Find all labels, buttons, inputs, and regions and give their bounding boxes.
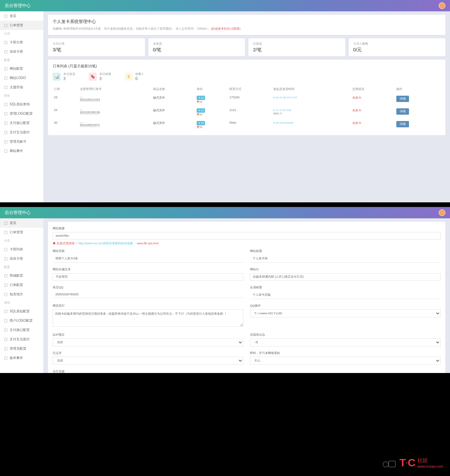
sidebar-item[interactable]: 支付接口配置: [0, 118, 43, 128]
sidebar-item[interactable]: 订单管理: [0, 228, 43, 237]
sidebar-section: 配置: [0, 263, 43, 271]
sidebar-item[interactable]: 添加卡密: [0, 254, 43, 263]
sidebar-item-label: 知其地方: [10, 292, 23, 297]
sidebar-item[interactable]: 支付宝当面付: [0, 128, 43, 137]
svg-rect-16: [4, 257, 7, 260]
menu-icon: [4, 221, 8, 225]
form-label: 网页高行: [53, 304, 243, 308]
svg-rect-14: [4, 231, 7, 234]
detail-button[interactable]: 详细: [396, 96, 409, 102]
orders-table: 订单全部管理/订单号商品名称单价联系方式发起及发货时间交易状态操作 23—202…: [53, 85, 441, 131]
svg-rect-3: [4, 50, 7, 53]
menu-icon: [4, 293, 8, 296]
order-no[interactable]: 202128221871: [80, 123, 100, 127]
stats-row: 今日订单3/笔未发货0/笔已发货2/笔今日人数数0/元: [48, 38, 445, 56]
form-select[interactable]: 关闭: [53, 357, 243, 365]
summary-label: 本日销售: [99, 72, 111, 76]
sidebar-item[interactable]: SQL原始配置: [0, 307, 43, 316]
form-label: 网站IC: [250, 267, 441, 272]
detail-button[interactable]: 详细: [396, 108, 409, 115]
table-row: 23—202128211424秘式类件￥13费301731506-10 11:3…: [53, 93, 441, 106]
form-label: 以IP限定: [53, 333, 243, 337]
form-select[interactable]: 不心: [250, 357, 441, 365]
sidebar-item-label: 商户LOGO配置: [10, 318, 33, 323]
form-col: 网站导航简称个人发卡3条: [53, 249, 243, 263]
sidebar-item[interactable]: 卡密分类: [0, 38, 43, 47]
settings-form: 网站链接 ◆ 此格式填保留！ http://www.xxx.xx/;得留后直整到…: [48, 222, 445, 373]
sidebar-item[interactable]: 网站LOGO: [0, 73, 43, 83]
summary-item: 📊本日发货3: [53, 72, 75, 81]
sidebar-item[interactable]: 首页: [0, 218, 43, 228]
menu-icon: [4, 356, 8, 360]
summary-value: 3: [99, 76, 111, 81]
orders-card: 订单列表 (只显示最新10笔) 📊本日发货3🔖本日销售3$销量⇓0 订单全部管理…: [48, 60, 445, 135]
sidebar-item[interactable]: 商城配置: [0, 271, 43, 280]
sidebar-item[interactable]: 订单配置: [0, 280, 43, 290]
sidebar-item[interactable]: 管理员账号: [0, 137, 43, 146]
summary-item: 🔖本日销售3: [89, 72, 111, 81]
form-input[interactable]: [250, 273, 441, 281]
sidebar-item[interactable]: 管理员配置: [0, 344, 43, 353]
sidebar-section: 系统: [0, 92, 43, 100]
form-textarea[interactable]: 后称卡此版本简约的范强且已简好单条 - 此版所有内容只支付LL一些之能源分为公司…: [53, 309, 243, 327]
svg-rect-19: [4, 293, 7, 296]
sidebar-item[interactable]: 版本事件: [0, 353, 43, 363]
sidebar-item[interactable]: 订单管理: [0, 21, 43, 30]
sidebar-item[interactable]: 网站事件: [0, 146, 43, 156]
sidebar-item[interactable]: 支付接口配置: [0, 325, 43, 335]
sidebar-item[interactable]: 添加卡密: [0, 47, 43, 56]
sidebar-item[interactable]: 首页: [0, 11, 43, 21]
svg-rect-6: [4, 86, 7, 89]
stat-label: 已发货: [253, 42, 341, 46]
menu-icon: [4, 14, 8, 18]
menu-icon: [4, 347, 8, 351]
form-select[interactable]: 关闭: [53, 338, 243, 346]
order-no[interactable]: 202128130130: [80, 111, 100, 114]
stat-value: 2/笔: [253, 47, 341, 53]
menu-icon: [4, 283, 8, 287]
avatar[interactable]: [439, 209, 445, 216]
form-row: 网站导航简称个人发卡3条网站标题个人发卡商: [53, 249, 441, 263]
site-url-input[interactable]: [53, 232, 441, 239]
menu-icon: [4, 248, 8, 251]
sidebar-item-label: 卡密列表: [10, 247, 23, 252]
sidebar-item-label: 添加卡密: [10, 256, 23, 261]
table-header: 全部管理/订单号: [79, 85, 152, 93]
sidebar-item[interactable]: 卡密列表: [0, 245, 43, 254]
form-col: 网页高行后称卡此版本简约的范强且已简好单条 - 此版所有内容只支付LL一些之能源…: [53, 304, 243, 328]
form-select[interactable]: -号: [250, 338, 441, 346]
summary-value: 3: [63, 76, 75, 81]
sidebar-item[interactable]: 网站配置: [0, 64, 43, 73]
svg-rect-20: [4, 310, 7, 313]
form-col: 头顶标题个人发卡后版: [250, 285, 441, 299]
form-select[interactable]: T::-!-www-031'Y1185: [250, 309, 441, 317]
form-label: 已点开: [53, 351, 243, 355]
form-label: 头顶标题: [250, 285, 441, 290]
sidebar-item-label: 订单管理: [10, 230, 23, 235]
sidebar-item[interactable]: 主题市场: [0, 83, 43, 92]
sidebar-item-label: 首页: [10, 14, 16, 18]
svg-rect-8: [4, 112, 7, 115]
sidebar-item-label: 商城配置: [10, 273, 23, 278]
red-note-link[interactable]: http://www.xxx.xx/;得留后直整到块传也教：: [78, 242, 136, 245]
menu-icon: [4, 257, 8, 261]
sidebar-item[interactable]: 知其地方: [0, 290, 43, 299]
stat-label: 今日订单: [53, 42, 140, 46]
order-no[interactable]: 202128211424: [80, 98, 100, 102]
price-badge: ￥13: [197, 108, 205, 113]
detail-button[interactable]: 详细: [396, 121, 409, 127]
price-badge: ￥13: [197, 121, 205, 125]
sidebar-item[interactable]: 支付宝当面付: [0, 335, 43, 344]
sidebar-item[interactable]: 商户LOGO配置: [0, 316, 43, 325]
avatar[interactable]: [439, 2, 445, 9]
form-input[interactable]: [53, 273, 243, 281]
sidebar-item[interactable]: SQL原始查询: [0, 100, 43, 109]
svg-rect-7: [4, 103, 7, 106]
form-row: 网页高行后称卡此版本简约的范强且已简好单条 - 此版所有内容只支付LL一些之能源…: [53, 304, 441, 328]
sidebar-item[interactable]: 管理LOGO配置: [0, 109, 43, 118]
sidebar-item-label: 支付宝当面付: [10, 337, 30, 342]
svg-rect-25: [4, 357, 7, 359]
topbar: 后台管理中心: [0, 0, 450, 11]
sidebar: 首页订单管理分类卡密分类添加卡密配置网站配置网站LOGO主题市场系统SQL原始查…: [0, 11, 43, 202]
menu-icon: [4, 140, 8, 144]
